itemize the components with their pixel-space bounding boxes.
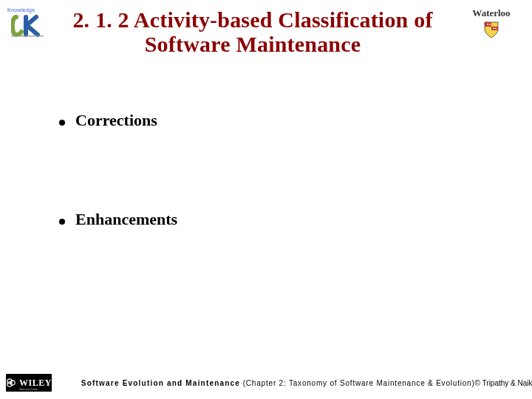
footer-chapter: (Chapter 2: Taxonomy of Software Mainten… — [240, 379, 474, 387]
svg-point-5 — [489, 24, 491, 25]
wiley-logo: WILEY Now you know. — [6, 374, 52, 392]
footer-copyright: © Tripathy & Naik — [475, 379, 532, 387]
knowledge-logo-label: Knowledge — [7, 7, 35, 13]
wiley-text: WILEY — [19, 378, 52, 389]
waterloo-logo-label: Waterloo — [472, 7, 510, 19]
waterloo-shield-icon — [483, 21, 499, 38]
bullet-text: Corrections — [75, 111, 495, 130]
bullet-item: Enhancements — [59, 210, 495, 229]
knowledge-logo: Knowledge — [7, 7, 47, 38]
ck-logo-icon — [11, 14, 44, 38]
wiley-knot-icon — [6, 378, 16, 388]
svg-point-6 — [493, 28, 494, 30]
svg-rect-1 — [11, 35, 44, 36]
footer: WILEY Now you know. Software Evolution a… — [0, 374, 532, 392]
svg-point-7 — [495, 28, 497, 30]
svg-rect-3 — [491, 27, 498, 30]
header-row: Knowledge 2. 1. 2 Activity-based Classif… — [0, 4, 532, 56]
bullet-item: Corrections — [59, 111, 495, 130]
bullet-dot-icon — [59, 120, 65, 126]
body-area: Corrections Enhancements — [59, 111, 495, 229]
slide-title: 2. 1. 2 Activity-based Classification of… — [52, 4, 454, 56]
title-container: 2. 1. 2 Activity-based Classification of… — [47, 4, 458, 56]
waterloo-logo: Waterloo — [458, 7, 525, 38]
footer-book-title: Software Evolution and Maintenance — [81, 379, 240, 387]
bullet-text: Enhancements — [75, 210, 495, 229]
wiley-tagline: Now you know. — [6, 388, 52, 391]
footer-book-info: Software Evolution and Maintenance (Chap… — [52, 379, 475, 387]
svg-point-4 — [487, 24, 488, 25]
bullet-dot-icon — [59, 219, 65, 225]
